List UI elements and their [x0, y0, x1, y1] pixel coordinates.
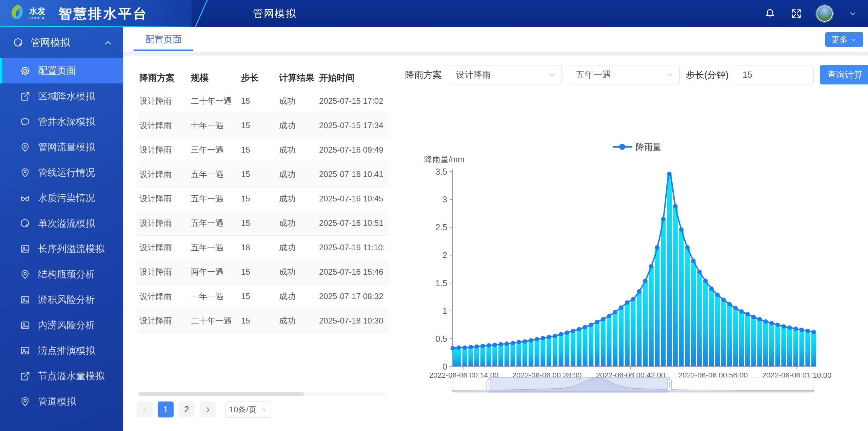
- sidebar-item-10[interactable]: 淤积风险分析: [0, 287, 123, 312]
- table-cell: 15: [239, 211, 277, 235]
- sidebar-item-4[interactable]: 管网流量模拟: [0, 134, 123, 160]
- app-root: 水发 SHUIFA 智慧排水平台 管网模拟 管网模拟 配置页面区域降水模拟管井水…: [0, 0, 868, 431]
- table-cell: 2025-07-16 11:10:: [317, 235, 389, 260]
- tab-active-underline: [134, 50, 193, 51]
- sidebar-item-5[interactable]: 管线运行情况: [0, 160, 123, 185]
- column-header: 开始时间: [317, 67, 389, 89]
- svg-text:1: 1: [442, 306, 447, 316]
- table-cell: 15: [239, 138, 277, 162]
- sidebar-item-label: 管网流量模拟: [38, 141, 95, 154]
- sidebar-item-label: 管线运行情况: [38, 166, 95, 179]
- rainfall-chart-svg: 降雨量降雨量/mm3.532.521.510.502022-06-06 00:1…: [419, 141, 839, 394]
- sidebar-item-11[interactable]: 内涝风险分析: [0, 312, 123, 338]
- chart-legend[interactable]: 降雨量: [613, 142, 661, 152]
- scrollbar-thumb[interactable]: [138, 392, 304, 396]
- table-row[interactable]: 设计降雨五年一遇15成功2025-07-16 10:51: [137, 211, 389, 235]
- table-cell: 设计降雨: [137, 187, 189, 211]
- scale-select[interactable]: 五年一遇: [568, 65, 680, 84]
- sidebar-item-label: 水质污染情况: [38, 192, 95, 204]
- location-pin-icon: [20, 142, 31, 153]
- sidebar-item-14[interactable]: 管道模拟: [0, 389, 123, 414]
- table-cell: 设计降雨: [137, 211, 189, 235]
- fullscreen-icon[interactable]: [790, 7, 803, 20]
- step-input[interactable]: [735, 65, 814, 84]
- table-cell: 2025-07-16 09:49: [317, 138, 389, 162]
- location-pin-icon: [20, 269, 31, 280]
- sidebar-item-9[interactable]: 结构瓶颈分析: [0, 261, 123, 287]
- sidebar-item-13[interactable]: 节点溢水量模拟: [0, 363, 123, 389]
- table-cell: 设计降雨: [137, 138, 189, 162]
- sidebar-item-2[interactable]: 区域降水模拟: [0, 83, 123, 109]
- table-cell: 二十年一遇: [189, 309, 239, 333]
- sidebar-menu: 配置页面区域降水模拟管井水深模拟管网流量模拟管线运行情况水质污染情况单次溢流模拟…: [0, 58, 123, 414]
- table-row[interactable]: 设计降雨三年一遇15成功2025-07-16 09:49: [137, 138, 389, 162]
- user-menu-chevron-down-icon[interactable]: [846, 7, 859, 20]
- sidebar-item-1[interactable]: 配置页面: [0, 58, 123, 83]
- step-label: 步长(分钟): [686, 69, 729, 81]
- app-title: 智慧排水平台: [58, 4, 148, 23]
- active-accent-bar: [0, 58, 2, 83]
- table-cell: 十年一遇: [189, 113, 239, 138]
- next-page-button[interactable]: [200, 401, 216, 417]
- page-size-select[interactable]: 10条/页: [225, 401, 271, 418]
- table-cell: 15: [239, 89, 277, 113]
- table-row[interactable]: 设计降雨两年一遇15成功2025-07-16 15:46: [137, 260, 389, 284]
- sidebar-group-label: 管网模拟: [31, 36, 96, 50]
- column-header: 规模: [189, 67, 239, 89]
- sidebar-item-label: 管井水深模拟: [38, 115, 95, 128]
- svg-text:降雨量: 降雨量: [636, 142, 661, 152]
- table-cell: 五年一遇: [189, 211, 239, 235]
- chevron-up-icon: [103, 38, 113, 48]
- query-compute-button[interactable]: 查询计算: [820, 65, 868, 84]
- more-button[interactable]: 更多: [825, 32, 863, 47]
- table-horizontal-scrollbar[interactable]: [138, 392, 386, 396]
- column-header: 降雨方案: [137, 67, 189, 89]
- drop-circle-icon: [20, 218, 31, 229]
- sidebar: 管网模拟 配置页面区域降水模拟管井水深模拟管网流量模拟管线运行情况水质污染情况单…: [0, 27, 123, 431]
- table-cell: 成功: [277, 309, 317, 333]
- pagination: 12 10条/页: [137, 401, 271, 418]
- table-row[interactable]: 设计降雨五年一遇15成功2025-07-16 10:41: [137, 162, 389, 187]
- sidebar-item-12[interactable]: 涝点推演模拟: [0, 338, 123, 363]
- table-cell: 五年一遇: [189, 235, 239, 260]
- rainfall-chart[interactable]: 降雨量降雨量/mm3.532.521.510.502022-06-06 00:1…: [419, 141, 839, 394]
- logo-cn-text: 水发: [29, 7, 45, 15]
- table-body: 设计降雨二十年一遇15成功2025-07-15 17:02设计降雨十年一遇15成…: [137, 89, 389, 333]
- table-cell: 设计降雨: [137, 284, 189, 309]
- table-row[interactable]: 设计降雨一年一遇15成功2025-07-17 08:32: [137, 284, 389, 309]
- scheme-label: 降雨方案: [405, 69, 442, 81]
- datazoom-slider[interactable]: [453, 377, 814, 392]
- chevron-down-icon: [548, 71, 555, 79]
- prev-page-button[interactable]: [137, 401, 153, 417]
- sidebar-item-7[interactable]: 单次溢流模拟: [0, 211, 123, 236]
- table-row[interactable]: 设计降雨十年一遇15成功2025-07-15 17:34: [137, 113, 389, 138]
- table-cell: 设计降雨: [137, 260, 189, 284]
- drop-circle-icon: [13, 37, 24, 48]
- table-row[interactable]: 设计降雨五年一遇18成功2025-07-16 11:10:: [137, 235, 389, 260]
- table-cell: 设计降雨: [137, 235, 189, 260]
- chat-bubble-icon: [20, 116, 31, 127]
- user-avatar[interactable]: [816, 5, 833, 22]
- svg-text:3: 3: [442, 195, 447, 204]
- scheme-select[interactable]: 设计降雨: [448, 65, 562, 84]
- table-row[interactable]: 设计降雨二十年一遇15成功2025-07-15 17:02: [137, 89, 389, 113]
- header-actions: [764, 0, 859, 27]
- page-button-1[interactable]: 1: [158, 401, 174, 417]
- image-icon: [20, 294, 31, 305]
- sidebar-group-pipe-simulation[interactable]: 管网模拟: [0, 27, 123, 58]
- sidebar-item-8[interactable]: 长序列溢流模拟: [0, 236, 123, 261]
- page-button-2[interactable]: 2: [179, 401, 195, 417]
- top-header: 水发 SHUIFA 智慧排水平台 管网模拟: [0, 0, 868, 27]
- table-cell: 成功: [277, 284, 317, 309]
- table-cell: 15: [239, 162, 277, 187]
- tab-config-page[interactable]: 配置页面: [139, 27, 188, 52]
- table-row[interactable]: 设计降雨五年一遇15成功2025-07-16 10:45: [137, 187, 389, 211]
- notification-bell-icon[interactable]: [764, 7, 776, 20]
- table-row[interactable]: 设计降雨二十年一遇15成功2025-07-18 10:30: [137, 309, 389, 333]
- svg-text:2.5: 2.5: [435, 222, 447, 232]
- table-cell: 设计降雨: [137, 89, 189, 113]
- sidebar-item-3[interactable]: 管井水深模拟: [0, 109, 123, 134]
- shuifa-logo-icon: [9, 4, 25, 23]
- table-cell: 2025-07-16 10:45: [317, 187, 389, 211]
- sidebar-item-6[interactable]: 水质污染情况: [0, 185, 123, 211]
